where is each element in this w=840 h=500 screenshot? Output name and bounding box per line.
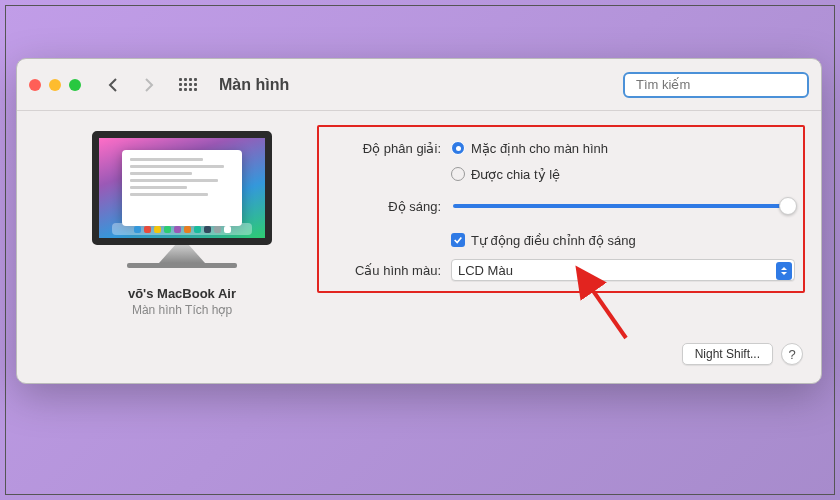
- brightness-thumb[interactable]: [779, 197, 797, 215]
- resolution-scaled-text[interactable]: Được chia tỷ lệ: [471, 167, 560, 182]
- show-all-icon[interactable]: [179, 78, 197, 91]
- auto-brightness-checkbox[interactable]: [451, 233, 465, 247]
- display-thumbnail[interactable]: [87, 131, 277, 268]
- footer-buttons: Night Shift... ?: [317, 343, 805, 365]
- content-body: võ's MacBook Air Màn hình Tích hợp Độ ph…: [17, 111, 821, 383]
- resolution-scaled-radio[interactable]: [451, 167, 465, 181]
- help-button[interactable]: ?: [781, 343, 803, 365]
- resolution-default-radio[interactable]: [451, 141, 465, 155]
- resolution-label: Độ phân giải:: [327, 141, 441, 156]
- preferences-window: Màn hình: [16, 58, 822, 384]
- device-subtitle: Màn hình Tích hợp: [132, 303, 232, 317]
- color-profile-select[interactable]: LCD Màu: [451, 259, 795, 281]
- color-profile-value: LCD Màu: [458, 263, 788, 278]
- window-controls: [29, 79, 81, 91]
- display-sidebar: võ's MacBook Air Màn hình Tích hợp: [67, 125, 297, 365]
- highlighted-settings: Độ phân giải: Mặc định cho màn hình Được…: [317, 125, 805, 293]
- brightness-slider[interactable]: [453, 204, 795, 208]
- dock-preview: [112, 223, 252, 235]
- toolbar: Màn hình: [17, 59, 821, 111]
- minimize-icon[interactable]: [49, 79, 61, 91]
- forward-button[interactable]: [135, 71, 163, 99]
- screenshot-frame: Màn hình: [5, 5, 835, 495]
- color-profile-label: Cấu hình màu:: [327, 263, 441, 278]
- search-field[interactable]: [623, 72, 809, 98]
- zoom-icon[interactable]: [69, 79, 81, 91]
- wallpaper-preview: [122, 150, 242, 226]
- brightness-label: Độ sáng:: [327, 199, 441, 214]
- chevron-updown-icon: [776, 262, 792, 280]
- settings-main: Độ phân giải: Mặc định cho màn hình Được…: [317, 125, 805, 365]
- back-button[interactable]: [99, 71, 127, 99]
- pane-title: Màn hình: [219, 76, 289, 94]
- search-input[interactable]: [636, 77, 804, 92]
- device-name: võ's MacBook Air: [128, 286, 236, 301]
- night-shift-button[interactable]: Night Shift...: [682, 343, 773, 365]
- auto-brightness-label[interactable]: Tự động điều chỉnh độ sáng: [471, 233, 636, 248]
- resolution-default-text[interactable]: Mặc định cho màn hình: [471, 141, 608, 156]
- close-icon[interactable]: [29, 79, 41, 91]
